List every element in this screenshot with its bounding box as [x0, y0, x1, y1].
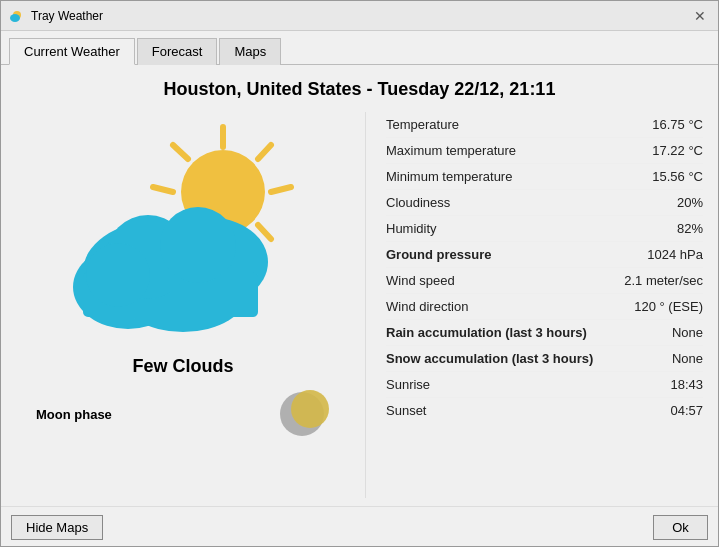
moon-phase-label: Moon phase	[36, 407, 255, 422]
sun-icon	[43, 117, 323, 347]
row-value: 2.1 meter/sec	[624, 273, 703, 288]
moon-section: Moon phase	[16, 377, 350, 452]
row-label: Minimum temperature	[386, 169, 512, 184]
row-label: Cloudiness	[386, 195, 450, 210]
weather-row: Rain accumulation (last 3 hours)None	[386, 320, 703, 346]
tab-maps[interactable]: Maps	[219, 38, 281, 65]
svg-line-6	[173, 145, 188, 159]
weather-row: Maximum temperature17.22 °C	[386, 138, 703, 164]
row-label: Wind speed	[386, 273, 455, 288]
weather-row: Wind speed2.1 meter/sec	[386, 268, 703, 294]
weather-row: Minimum temperature15.56 °C	[386, 164, 703, 190]
row-value: 120 ° (ESE)	[634, 299, 703, 314]
svg-point-1	[10, 14, 20, 22]
row-label: Sunrise	[386, 377, 430, 392]
weather-row: Temperature16.75 °C	[386, 112, 703, 138]
footer: Hide Maps Ok	[1, 506, 718, 546]
location-title: Houston, United States - Tuesday 22/12, …	[16, 79, 703, 100]
window-title: Tray Weather	[31, 9, 690, 23]
app-window: Tray Weather ✕ Current Weather Forecast …	[0, 0, 719, 547]
app-icon	[9, 8, 25, 24]
svg-line-7	[153, 187, 173, 192]
svg-line-5	[258, 225, 271, 239]
tab-bar: Current Weather Forecast Maps	[1, 31, 718, 65]
svg-line-4	[271, 187, 291, 192]
svg-line-3	[258, 145, 271, 159]
row-value: 20%	[677, 195, 703, 210]
left-panel: Few Clouds Moon phase	[16, 112, 366, 498]
main-area: Few Clouds Moon phase Temperature16.75 °…	[16, 112, 703, 498]
row-value: 04:57	[670, 403, 703, 418]
weather-row: Sunrise18:43	[386, 372, 703, 398]
row-label: Temperature	[386, 117, 459, 132]
weather-condition-label: Few Clouds	[132, 356, 233, 377]
row-label: Maximum temperature	[386, 143, 516, 158]
close-button[interactable]: ✕	[690, 6, 710, 26]
svg-point-16	[86, 243, 150, 307]
hide-maps-button[interactable]: Hide Maps	[11, 515, 103, 540]
row-label: Sunset	[386, 403, 426, 418]
row-value: 18:43	[670, 377, 703, 392]
row-label: Humidity	[386, 221, 437, 236]
tab-forecast[interactable]: Forecast	[137, 38, 218, 65]
row-label: Wind direction	[386, 299, 468, 314]
content-area: Houston, United States - Tuesday 22/12, …	[1, 65, 718, 506]
tab-current-weather[interactable]: Current Weather	[9, 38, 135, 65]
row-label: Ground pressure	[386, 247, 491, 262]
moon-icon	[275, 387, 330, 442]
row-value: 16.75 °C	[652, 117, 703, 132]
weather-row: Humidity82%	[386, 216, 703, 242]
row-value: 17.22 °C	[652, 143, 703, 158]
weather-row: Cloudiness20%	[386, 190, 703, 216]
ok-button[interactable]: Ok	[653, 515, 708, 540]
weather-row: Snow accumulation (last 3 hours)None	[386, 346, 703, 372]
weather-row: Sunset04:57	[386, 398, 703, 423]
right-panel: Temperature16.75 °CMaximum temperature17…	[366, 112, 703, 498]
weather-row: Wind direction120 ° (ESE)	[386, 294, 703, 320]
row-value: None	[672, 325, 703, 340]
weather-row: Ground pressure1024 hPa	[386, 242, 703, 268]
row-value: 15.56 °C	[652, 169, 703, 184]
row-label: Rain accumulation (last 3 hours)	[386, 325, 587, 340]
row-value: None	[672, 351, 703, 366]
title-bar: Tray Weather ✕	[1, 1, 718, 31]
row-value: 82%	[677, 221, 703, 236]
weather-icon-area	[43, 112, 323, 352]
svg-point-18	[291, 390, 329, 428]
svg-point-15	[160, 207, 236, 283]
row-value: 1024 hPa	[647, 247, 703, 262]
row-label: Snow accumulation (last 3 hours)	[386, 351, 593, 366]
